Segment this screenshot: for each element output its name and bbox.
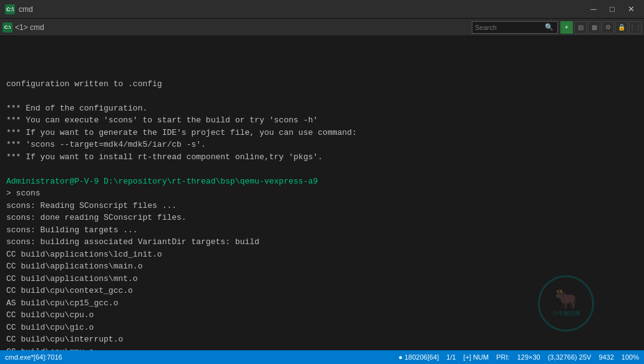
status-right: ● 180206[64] 1/1 [+] NUM PRI: 129×30 (3,… (399, 353, 639, 361)
search-box: 🔍 (472, 21, 558, 34)
settings-button[interactable]: ⚙ (602, 21, 614, 34)
title-bar-title: cmd (19, 5, 585, 14)
watermark: 🐂 小牛知识库 (538, 275, 594, 332)
layout-button[interactable]: ▤ (574, 21, 587, 34)
toolbar-icons: + ▤ ▦ ⚙ 🔒 ⋮⋮ (560, 21, 642, 34)
terminal-line: CC build\cpu\mmu.o (6, 346, 638, 351)
terminal-line: *** If you want to install rt-thread com… (6, 151, 638, 164)
watermark-circle: 🐂 小牛知识库 (538, 275, 594, 332)
tab-icon: C:\ (2, 22, 12, 32)
terminal-line: *** 'scons --target=mdk4/mdk5/iar/cb -s'… (6, 139, 638, 151)
status-left: cmd.exe*[64]:7016 (5, 353, 62, 361)
terminal-line: scons: Reading SConscript files ... (6, 200, 638, 212)
terminal-line: scons: done reading SConscript files. (6, 212, 638, 224)
terminal-line: > scons (6, 187, 638, 200)
status-col8: 100% (622, 353, 639, 361)
new-tab-button[interactable]: + (560, 21, 573, 34)
status-bar: cmd.exe*[64]:7016 ● 180206[64] 1/1 [+] N… (0, 350, 644, 364)
terminal-line: Administrator@P-V-9 D:\repository\rt-thr… (6, 175, 638, 188)
terminal-area: configuration written to .config *** End… (0, 36, 644, 350)
terminal-line: CC build\cpu\interrupt.o (6, 333, 638, 346)
terminal-line: *** End of the configuration. (6, 102, 638, 115)
status-col5: 129×30 (517, 353, 540, 361)
status-col3: [+] NUM (464, 353, 489, 361)
terminal-line: scons: Building targets ... (6, 224, 638, 237)
terminal-line: scons: building associated VariantDir ta… (6, 236, 638, 248)
status-col2: 1/1 (446, 353, 456, 361)
tab-label[interactable]: <1> cmd (15, 23, 44, 32)
status-col7: 9432 (598, 353, 613, 361)
panel-button[interactable]: ▦ (588, 21, 600, 34)
maximize-button[interactable]: □ (604, 3, 620, 16)
terminal-line: *** If you want to generate the IDE's pr… (6, 127, 638, 139)
status-col1: ● 180206[64] (399, 353, 439, 361)
terminal-line: configuration written to .config (6, 78, 638, 91)
terminal-line: CC build\applications\lcd_init.o (6, 248, 638, 261)
terminal-line: CC build\applications\main.o (6, 260, 638, 273)
terminal-line (6, 90, 638, 102)
close-button[interactable]: ✕ (623, 3, 639, 16)
title-bar-controls: ─ □ ✕ (585, 3, 639, 16)
status-col6: (3,32766) 25V (548, 353, 592, 361)
lock-button[interactable]: 🔒 (615, 21, 628, 34)
title-bar: C:\ cmd ─ □ ✕ (0, 0, 644, 19)
terminal-line (6, 66, 638, 78)
search-button[interactable]: 🔍 (544, 23, 555, 31)
grid-button[interactable]: ⋮⋮ (629, 21, 642, 34)
search-input[interactable] (475, 24, 544, 31)
status-col4: PRI: (496, 353, 509, 361)
watermark-text: 小牛知识库 (552, 310, 580, 318)
terminal-line (6, 163, 638, 175)
title-bar-app-icon: C:\ (5, 4, 15, 14)
terminal-line: *** You can execute 'scons' to start the… (6, 114, 638, 127)
tab-bar: C:\ <1> cmd 🔍 + ▤ ▦ ⚙ 🔒 ⋮⋮ (0, 19, 644, 36)
watermark-bull: 🐂 (555, 290, 578, 308)
minimize-button[interactable]: ─ (585, 3, 602, 16)
